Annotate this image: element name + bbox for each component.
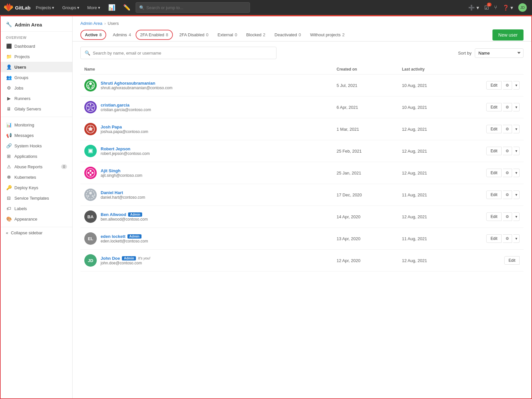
last-activity-date: 12 Aug, 2021 [402, 127, 467, 132]
sidebar-item-deploy-keys[interactable]: 🔑 Deploy Keys [1, 182, 72, 193]
nav-groups[interactable]: Groups ▾ [59, 4, 82, 11]
sidebar-item-kubernetes[interactable]: ☸ Kubernetes [1, 172, 72, 182]
caret-button[interactable]: ▾ [513, 81, 520, 90]
created-date: 14 Apr, 2020 [337, 214, 402, 219]
svg-point-24 [91, 172, 93, 174]
sidebar-item-users[interactable]: 👤 Users [1, 62, 72, 72]
edit-button[interactable]: Edit [486, 169, 502, 177]
edit-button[interactable]: Edit [486, 147, 502, 155]
sidebar-item-dashboard[interactable]: ⬛ Dashboard [1, 41, 72, 51]
nav-projects[interactable]: Projects ▾ [33, 4, 57, 11]
nav-more[interactable]: More ▾ [85, 4, 103, 11]
user-name[interactable]: eden lockett [101, 234, 125, 239]
sidebar-item-service-templates[interactable]: ⊟ Service Templates [1, 193, 72, 203]
caret-button[interactable]: ▾ [513, 191, 520, 199]
gear-button[interactable]: ⚙ [503, 125, 512, 133]
edit-button[interactable]: Edit [504, 256, 520, 265]
gear-button[interactable]: ⚙ [503, 81, 512, 90]
jobs-icon: ⚙ [6, 85, 12, 91]
user-avatar [84, 101, 97, 113]
sidebar-item-messages[interactable]: 📢 Messages [1, 130, 72, 141]
edit-button[interactable]: Edit [486, 81, 502, 90]
sidebar-item-projects[interactable]: 📁 Projects [1, 51, 72, 62]
sidebar-item-system-hooks[interactable]: 🔗 System Hooks [1, 141, 72, 151]
nav-edit-icon[interactable]: ✏️ [121, 3, 133, 12]
gear-button[interactable]: ⚙ [503, 103, 512, 111]
gear-button[interactable]: ⚙ [503, 234, 512, 243]
user-avatar-icon[interactable]: JD [517, 2, 528, 13]
sort-select[interactable]: Name Oldest sign in Recent sign in Oldes… [475, 48, 524, 58]
new-user-button[interactable]: New user [492, 29, 524, 41]
edit-button[interactable]: Edit [486, 103, 502, 111]
user-avatar [84, 123, 97, 135]
user-name[interactable]: cristian.garcia [101, 103, 151, 108]
deploy-keys-icon: 🔑 [6, 185, 12, 190]
user-name[interactable]: John Doe [101, 256, 120, 261]
sidebar-item-jobs[interactable]: ⚙ Jobs [1, 83, 72, 93]
user-avatar [84, 189, 97, 201]
sidebar-item-gitaly[interactable]: 🖥 Gitaly Servers [1, 104, 72, 114]
gear-button[interactable]: ⚙ [503, 191, 512, 199]
user-email: joshua.papa@contoso.com [101, 129, 148, 134]
user-email: ben.allwood@contoso.com [101, 217, 148, 222]
nav-stats-icon[interactable]: 📊 [106, 3, 118, 12]
gear-button[interactable]: ⚙ [503, 212, 512, 221]
gear-button[interactable]: ⚙ [503, 169, 512, 177]
tab-active[interactable]: Active 8 [80, 30, 106, 40]
user-name[interactable]: Shruti Aghorasubramanian [101, 81, 173, 86]
new-item-icon[interactable]: ➕ ▾ [467, 3, 480, 12]
sidebar-item-appearance[interactable]: 🎨 Appearance [1, 214, 72, 224]
user-name[interactable]: Josh Papa [101, 125, 148, 129]
user-name[interactable]: Robert Jepson [101, 146, 150, 151]
user-name[interactable]: Ajit Singh [101, 168, 142, 173]
tab-2fa-disabled[interactable]: 2FA Disabled 0 [175, 29, 213, 41]
merge-request-icon[interactable]: ⑂ [493, 3, 499, 12]
caret-button[interactable]: ▾ [513, 103, 520, 111]
caret-button[interactable]: ▾ [513, 212, 520, 221]
gear-button[interactable]: ⚙ [503, 147, 512, 155]
tab-blocked[interactable]: Blocked 2 [242, 29, 270, 41]
global-search-box[interactable]: 🔍 [136, 2, 250, 13]
user-name-block: Shruti Aghorasubramanian shruti.aghorasu… [101, 81, 173, 90]
search-input[interactable] [146, 5, 246, 10]
sort-section: Sort by Name Oldest sign in Recent sign … [458, 48, 524, 58]
tab-deactivated[interactable]: Deactivated 0 [270, 29, 306, 41]
sidebar-item-groups[interactable]: 👥 Groups [1, 72, 72, 83]
monitoring-icon: 📊 [6, 122, 12, 127]
collapse-sidebar-button[interactable]: « Collapse sidebar [1, 227, 72, 239]
breadcrumb-parent[interactable]: Admin Area [80, 21, 102, 26]
table-header: Name Created on Last activity [80, 64, 524, 75]
user-name[interactable]: Daniel Hart [101, 190, 145, 195]
sidebar-item-labels[interactable]: 🏷 Labels [1, 203, 72, 214]
caret-button[interactable]: ▾ [513, 125, 520, 133]
sidebar-item-abuse-reports[interactable]: ⚠ Abuse Reports 0 [1, 161, 72, 172]
sidebar-divider-1 [1, 117, 72, 117]
tab-external[interactable]: External 0 [213, 29, 242, 41]
edit-button[interactable]: Edit [486, 125, 502, 133]
sidebar-item-applications[interactable]: ⊞ Applications [1, 151, 72, 161]
todo-icon[interactable]: ☑ 1 [483, 3, 490, 12]
tab-2fa-enabled[interactable]: 2FA Enabled 8 [136, 30, 173, 40]
svg-point-23 [90, 170, 91, 172]
tab-admins[interactable]: Admins 4 [108, 29, 136, 41]
tab-without-projects[interactable]: Without projects 2 [306, 29, 349, 41]
caret-button[interactable]: ▾ [513, 234, 520, 243]
sidebar-item-runners[interactable]: ▶ Runners [1, 93, 72, 104]
column-actions [467, 67, 520, 72]
caret-button[interactable]: ▾ [513, 169, 520, 177]
gitlab-logo[interactable]: GitLab [4, 3, 31, 12]
column-activity: Last activity [402, 67, 467, 72]
user-info: BA Ben Allwood Admin ben.allwood@contoso… [84, 210, 337, 223]
user-avatar [84, 145, 97, 157]
current-user-avatar[interactable]: JD [518, 3, 527, 12]
caret-button[interactable]: ▾ [513, 147, 520, 155]
help-icon[interactable]: ❓ ▾ [501, 3, 514, 12]
user-name[interactable]: Ben Allwood [101, 212, 126, 217]
user-search-input[interactable] [93, 51, 272, 56]
sidebar-item-monitoring[interactable]: 📊 Monitoring [1, 120, 72, 130]
svg-point-12 [91, 109, 93, 110]
user-search-box[interactable]: 🔍 [80, 47, 276, 59]
edit-button[interactable]: Edit [486, 234, 502, 243]
edit-button[interactable]: Edit [486, 191, 502, 199]
edit-button[interactable]: Edit [486, 212, 502, 221]
